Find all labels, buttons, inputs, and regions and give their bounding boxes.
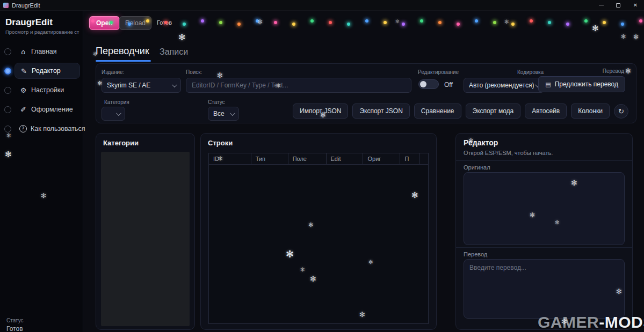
compare-button[interactable]: Сравнение — [414, 104, 461, 119]
categories-title: Категории — [103, 139, 139, 147]
edition-value: Skyrim SE / AE — [107, 82, 150, 89]
translate-label: Перевод — [603, 68, 624, 74]
strings-title: Строки — [208, 139, 233, 147]
export-json-button[interactable]: Экспорт JSON — [352, 104, 409, 119]
garland-light — [183, 23, 186, 26]
titlebar: DraugrEdit ✕ — [0, 0, 644, 11]
sidebar-nav: ⌂Главная ✎Редактор ⚙Настройки ✐Оформлени… — [0, 42, 83, 138]
sidebar-item-settings[interactable]: ⚙Настройки — [0, 80, 83, 100]
gamer-mods-watermark: GAMER-MODS — [538, 313, 644, 331]
garland-light — [584, 19, 588, 23]
editor-hint: Открой ESP/ESM, чтобы начать. — [464, 150, 553, 156]
editor-panel: Редактор Открой ESP/ESM, чтобы начать. О… — [455, 133, 633, 330]
pencil-icon: ✎ — [20, 67, 28, 75]
encoding-label: Кодировка — [517, 69, 544, 75]
export-mod-button[interactable]: Экспорт мода — [466, 104, 521, 119]
garland-light — [219, 21, 222, 24]
sidebar: DraugrEdit Просмотр и редактирование ст … — [0, 11, 83, 332]
garland-light — [603, 21, 606, 24]
garland-light — [274, 21, 277, 24]
encoding-value: Авто (рекомендуется) — [469, 82, 534, 89]
strings-table-body — [208, 165, 429, 324]
column-translation[interactable]: П — [400, 153, 419, 164]
sidebar-status-value: Готов — [6, 325, 23, 332]
sidebar-item-editor[interactable]: ✎Редактор — [0, 61, 83, 80]
garland-light — [201, 19, 204, 23]
autosave-button[interactable]: Автосейв — [525, 104, 567, 119]
column-editorid[interactable]: Edit — [327, 153, 364, 164]
garland-light — [256, 19, 259, 23]
sidebar-item-home[interactable]: ⌂Главная — [0, 42, 83, 61]
translation-label: Перевод — [464, 251, 487, 257]
garland-light — [402, 23, 405, 26]
import-json-button[interactable]: Импорт JSON — [293, 104, 348, 119]
edition-label: Издание: — [102, 69, 124, 75]
status-filter-label: Статус — [208, 99, 225, 105]
radio-indicator — [4, 68, 11, 75]
maximize-button[interactable] — [610, 0, 627, 10]
snowflake-icon: ✻ — [621, 34, 626, 40]
minimize-icon — [599, 5, 604, 5]
radio-indicator — [4, 87, 11, 94]
divider — [456, 247, 632, 248]
reload-button[interactable]: Reload — [119, 16, 151, 30]
sidebar-item-label: Настройки — [31, 86, 64, 94]
close-icon: ✕ — [633, 2, 638, 8]
search-input[interactable] — [186, 78, 411, 93]
editing-toggle[interactable] — [418, 79, 439, 89]
sidebar-item-appearance[interactable]: ✐Оформление — [0, 100, 83, 119]
garland-light — [457, 23, 460, 26]
open-button[interactable]: Open — [89, 16, 120, 30]
garland-light — [621, 23, 624, 26]
column-spacer — [419, 153, 428, 164]
original-text-box[interactable] — [464, 172, 625, 245]
edition-dropdown[interactable]: Skyrim SE / AE — [102, 78, 181, 93]
column-type[interactable]: Тип — [251, 153, 288, 164]
gear-icon: ⚙ — [19, 86, 27, 94]
editing-state: Off — [444, 81, 453, 88]
suggest-translation-button[interactable]: ▤ Предложить перевод — [538, 76, 625, 92]
window-controls: ✕ — [592, 0, 644, 10]
document-icon: ▤ — [545, 81, 551, 88]
snowflake-icon: ✻ — [592, 25, 599, 33]
garland-light — [329, 21, 332, 24]
search-label: Поиск: — [186, 69, 202, 75]
toggle-knob — [420, 81, 426, 87]
tab-translator[interactable]: Переводчик — [96, 46, 149, 57]
active-tab-underline — [96, 60, 151, 62]
sidebar-item-label: Главная — [31, 48, 57, 55]
category-dropdown[interactable] — [102, 107, 125, 121]
close-button[interactable]: ✕ — [627, 0, 644, 10]
sidebar-item-howto[interactable]: ?Как пользоваться — [0, 119, 83, 138]
column-field[interactable]: Поле — [288, 153, 327, 164]
app-window: DraugrEdit ✕ DraugrEdit Просмотр и редак… — [0, 0, 644, 332]
garland-light — [548, 21, 551, 24]
column-original[interactable]: Ориг — [363, 153, 400, 164]
snowflake-icon: ✻ — [504, 19, 509, 25]
question-icon: ? — [19, 125, 27, 132]
app-name: DraugrEdit — [5, 17, 53, 28]
filter-actions: Импорт JSON Экспорт JSON Сравнение Экспо… — [293, 104, 628, 119]
editing-label: Редактирование — [418, 69, 459, 75]
garland-light — [530, 19, 533, 23]
watermark-mods: -MODS — [599, 313, 644, 331]
categories-panel: Категории — [96, 133, 195, 330]
app-icon — [3, 3, 9, 8]
categories-list — [101, 152, 190, 326]
minimize-button[interactable] — [592, 0, 610, 10]
columns-button[interactable]: Колонки — [571, 104, 610, 119]
refresh-button[interactable]: ↻ — [614, 104, 628, 119]
garland-light — [493, 21, 496, 24]
garland-light — [420, 19, 423, 23]
original-label: Оригинал — [464, 164, 490, 171]
translation-input[interactable] — [464, 259, 625, 319]
tab-records[interactable]: Записи — [160, 47, 188, 57]
strings-panel: Строки ID Тип Поле Edit Ориг П — [200, 133, 437, 330]
column-id[interactable]: ID — [209, 153, 251, 164]
filter-panel: Издание: Skyrim SE / AE Поиск: Редактиро… — [96, 63, 636, 123]
encoding-dropdown[interactable]: Авто (рекомендуется) — [464, 78, 544, 93]
snowflake-icon: ✻ — [633, 34, 639, 40]
suggest-translation-label: Предложить перевод — [555, 80, 618, 88]
divider — [456, 160, 632, 161]
status-dropdown[interactable]: Все — [208, 107, 239, 121]
